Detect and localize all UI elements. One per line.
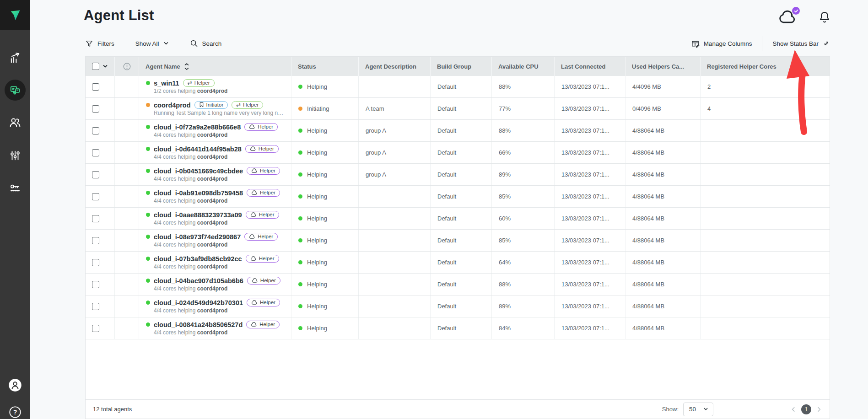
sidebar-item-analytics[interactable] [0, 49, 30, 66]
agent-name-link[interactable]: s_win11 [154, 80, 179, 87]
next-page-button[interactable] [816, 406, 822, 413]
sidebar: ? [0, 0, 30, 419]
filters-button[interactable]: Filters [85, 39, 114, 48]
select-all-checkbox[interactable] [92, 63, 99, 70]
row-checkbox[interactable] [92, 193, 99, 200]
registered-cores-cell [701, 317, 830, 339]
badge-label: Helper [258, 234, 273, 239]
status-dot [298, 326, 302, 330]
build-group-cell: Default [431, 208, 492, 229]
show-all-dropdown[interactable]: Show All [135, 40, 169, 47]
sidebar-item-license[interactable] [0, 179, 30, 198]
manage-columns-button[interactable]: Manage Columns [691, 39, 752, 48]
description-cell: A team [359, 98, 431, 119]
agent-state-dot [146, 279, 150, 283]
row-checkbox[interactable] [92, 83, 99, 91]
description-cell [359, 274, 431, 295]
build-group-cell: Default [431, 98, 492, 119]
row-checkbox-cell [86, 295, 115, 317]
available-cpu-cell: 64% [492, 252, 555, 273]
notifications-button[interactable] [818, 10, 831, 25]
sidebar-item-agents[interactable] [0, 80, 30, 101]
row-checkbox[interactable] [92, 105, 99, 113]
agent-name-cell: coord4prodInitiator⇄HelperRunning Test S… [139, 98, 291, 119]
select-menu-chevron-icon[interactable] [102, 64, 108, 69]
agent-name-link[interactable]: cloud_i-024d549d942b70301 [154, 299, 243, 306]
description-cell [359, 295, 431, 317]
agent-name-cell: cloud_i-07b3af9db85cb92ccHelper4/4 cores… [139, 252, 291, 273]
build-group-cell: Default [431, 230, 492, 251]
column-header-last-connected: Last Connected [555, 57, 625, 76]
agent-name-cell: cloud_i-0f72a9a2e88b666e8Helper4/4 cores… [139, 120, 291, 141]
status-cell: Helping [291, 120, 359, 141]
sidebar-item-profile[interactable] [0, 378, 30, 392]
agent-name-link[interactable]: cloud_i-07b3af9db85cb92cc [154, 255, 242, 263]
show-status-bar-label: Show Status Bar [772, 40, 819, 47]
agent-name-link[interactable]: cloud_i-0b0451669c49cbdee [154, 167, 243, 175]
last-connected-cell: 13/03/2023 07:1... [555, 164, 625, 185]
cloud-icon [250, 146, 256, 151]
used-helpers-cell: 4/88064 MB [625, 295, 701, 317]
row-checkbox[interactable] [92, 237, 99, 244]
last-connected-cell: 13/03/2023 07:1... [555, 186, 625, 207]
row-checkbox[interactable] [92, 303, 99, 310]
users-icon [9, 116, 22, 129]
agent-name-link[interactable]: cloud_i-0d6441d144f95ab28 [154, 145, 242, 153]
row-checkbox[interactable] [92, 215, 99, 222]
row-checkbox[interactable] [92, 325, 99, 332]
cloud-status-button[interactable] [778, 8, 799, 27]
app-logo[interactable] [0, 0, 30, 30]
row-checkbox-cell [86, 142, 115, 163]
available-cpu-cell: 84% [492, 317, 555, 339]
sidebar-item-help[interactable]: ? [0, 405, 30, 419]
search-button[interactable]: Search [190, 39, 222, 48]
used-helpers-cell: 4/88064 MB [625, 120, 701, 141]
previous-page-button[interactable] [790, 406, 797, 413]
row-checkbox[interactable] [92, 149, 99, 156]
agent-name-link[interactable]: cloud_i-0ab91e098db759458 [154, 189, 243, 197]
agent-name-link[interactable]: coord4prod [154, 102, 191, 109]
helper-badge: ⇄Helper [183, 79, 215, 87]
description-cell [359, 208, 431, 229]
sort-icon[interactable] [184, 63, 189, 70]
status-label: Helping [307, 303, 327, 310]
agent-name-link[interactable]: cloud_i-0aae8883239733a09 [154, 211, 242, 219]
check-badge-icon [792, 7, 800, 15]
agent-subtext: 4/4 cores helping coord4prod [146, 132, 227, 138]
sidebar-item-settings[interactable] [0, 146, 30, 165]
row-checkbox[interactable] [92, 259, 99, 266]
build-group-cell: Default [431, 274, 492, 295]
agent-name-link[interactable]: cloud_i-00841a24b8506527d [154, 321, 243, 328]
row-alert-cell [115, 208, 139, 229]
sidebar-item-users[interactable] [0, 113, 30, 132]
agent-name-link[interactable]: cloud_i-08e973f74ed290867 [154, 233, 241, 241]
cloud-badge: Helper [247, 277, 280, 285]
column-header-status: Status [291, 57, 359, 76]
status-dot [298, 304, 302, 308]
description-cell: group A [359, 164, 431, 185]
row-checkbox[interactable] [92, 281, 99, 288]
badge-label: Helper [260, 168, 275, 173]
agent-name-link[interactable]: cloud_i-04bac907d105ab6b6 [154, 277, 243, 285]
coordinator-name: coord4prod [197, 220, 228, 226]
description-cell [359, 76, 431, 97]
cloud-icon [250, 212, 257, 217]
build-group-cell: Default [431, 252, 492, 273]
status-label: Helping [307, 193, 327, 200]
row-checkbox[interactable] [92, 171, 99, 178]
row-checkbox[interactable] [92, 127, 99, 134]
page-size-select[interactable]: 50 [683, 403, 713, 416]
analytics-chart-icon [9, 51, 22, 64]
badge-label: Helper [194, 80, 210, 86]
show-status-bar-button[interactable]: Show Status Bar [772, 40, 830, 47]
row-alert-cell [115, 120, 139, 141]
current-page-button[interactable]: 1 [801, 404, 811, 414]
user-avatar-icon [8, 378, 22, 392]
column-header-agent-name[interactable]: Agent Name [139, 57, 291, 76]
cloud-icon [250, 256, 257, 261]
status-label: Helping [307, 281, 327, 288]
helper-badge: ⇄Helper [232, 101, 263, 109]
available-cpu-cell: 60% [492, 208, 555, 229]
status-label: Helping [307, 127, 327, 134]
agent-name-link[interactable]: cloud_i-0f72a9a2e88b666e8 [154, 124, 241, 131]
